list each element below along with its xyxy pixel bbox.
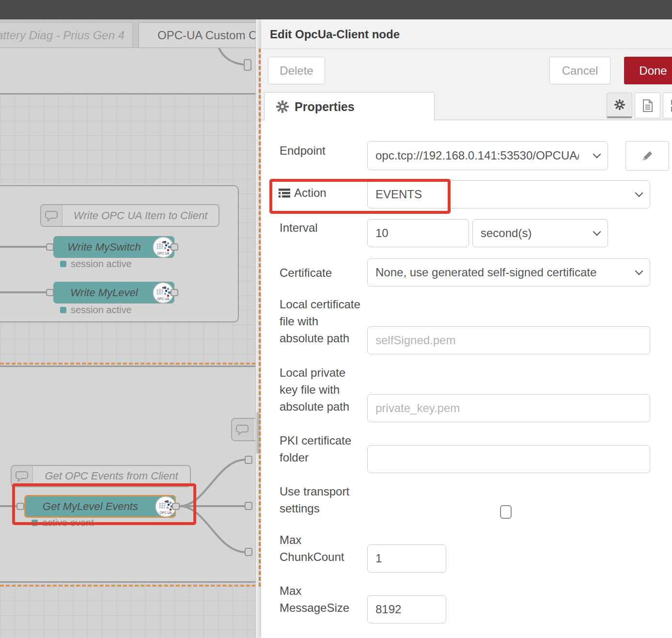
tab-label: Battery Diag - Prius Gen 4: [0, 29, 125, 42]
node-get-mylevel-events[interactable]: Get MyLevel Events: [24, 495, 176, 518]
edit-node-tray: Edit OpcUa-Client node Delete Cancel Don…: [261, 19, 672, 638]
output-port[interactable]: [171, 289, 178, 296]
local-cert-label: Local certificate file with absolute pat…: [280, 296, 367, 347]
hidden-node-port[interactable]: [245, 548, 252, 556]
interval-unit-value: second(s): [481, 226, 531, 240]
hidden-node-port[interactable]: [244, 59, 251, 71]
speech-bubble-icon: [12, 466, 33, 486]
wire[interactable]: [219, 48, 243, 64]
local-cert-input[interactable]: [367, 326, 650, 354]
status-text: session active: [71, 258, 132, 270]
node-status: session active: [60, 258, 132, 270]
output-port[interactable]: [171, 243, 178, 251]
chevron-down-icon: [635, 189, 643, 197]
hidden-node-port[interactable]: [245, 502, 252, 510]
edit-endpoint-config-button[interactable]: [625, 141, 669, 171]
group-dashed-border-right: [259, 48, 261, 587]
properties-view-button[interactable]: [607, 93, 632, 118]
comment-get-opc-events[interactable]: Get OPC Events from Client: [11, 465, 191, 487]
chevron-down-icon: [593, 150, 601, 159]
document-icon: [642, 99, 653, 112]
tray-header: Edit OpcUa-Client node: [261, 19, 672, 49]
max-chunk-input[interactable]: [367, 544, 446, 573]
certificate-label: Certificate: [280, 264, 367, 281]
svg-text:OPC UA: OPC UA: [157, 252, 170, 255]
action-value: EVENTS: [375, 188, 422, 201]
app-header-bar: [0, 0, 672, 19]
tray-title: Edit OpcUa-Client node: [270, 19, 400, 49]
node-status: active event: [31, 517, 94, 528]
node-label: Get MyLevel Events: [26, 500, 174, 513]
appearance-button[interactable]: [663, 93, 672, 118]
tray-button-row: Delete Cancel Done: [261, 49, 672, 92]
chevron-down-icon: [593, 228, 601, 236]
tab-opcua-custom[interactable]: OPC-UA Custom C: [139, 22, 255, 48]
use-transport-checkbox[interactable]: [500, 505, 512, 519]
input-port[interactable]: [46, 289, 54, 296]
node-status: session active: [60, 304, 132, 316]
done-button[interactable]: Done: [624, 57, 672, 84]
max-chunk-label: Max ChunkCount: [280, 531, 367, 565]
tab-battery-diag[interactable]: Battery Diag - Prius Gen 4: [0, 22, 133, 48]
private-key-input[interactable]: [367, 394, 650, 422]
delete-button-label: Delete: [280, 64, 313, 78]
delete-button[interactable]: Delete: [268, 57, 325, 84]
comment-label: Get OPC Events from Client: [33, 466, 190, 486]
wires-svg: [0, 48, 255, 638]
input-port[interactable]: [46, 243, 54, 251]
output-port[interactable]: [172, 503, 180, 510]
status-dot-icon: [60, 307, 66, 313]
transport-label: Use transport settings: [280, 483, 367, 517]
comment-write-opcua-item[interactable]: Write OPC UA Item to Client: [40, 204, 219, 227]
node-red-editor: Battery Diag - Prius Gen 4 OPC-UA Custom…: [0, 0, 672, 638]
interval-label: Interval: [280, 219, 367, 236]
properties-tab-label: Properties: [295, 100, 355, 114]
status-text: session active: [71, 304, 132, 316]
max-message-label: Max MessageSize: [280, 582, 367, 616]
max-message-input[interactable]: [367, 595, 446, 623]
appearance-icon: [671, 99, 672, 112]
svg-text:OPC UA: OPC UA: [157, 297, 170, 301]
interval-unit-select[interactable]: second(s): [472, 219, 608, 247]
flow-canvas[interactable]: Write OPC UA Item to Client Write MySwit…: [0, 48, 255, 638]
action-select[interactable]: EVENTS: [367, 180, 650, 208]
endpoint-select[interactable]: opc.tcp://192.168.0.141:53530/OPCUA/S: [367, 141, 608, 170]
tasks-icon: [279, 188, 290, 198]
status-dot-icon: [60, 261, 66, 267]
endpoint-label: Endpoint: [280, 142, 367, 159]
gear-icon: [276, 100, 289, 113]
certificate-select[interactable]: None, use generated self-signed certific…: [367, 258, 650, 287]
input-port[interactable]: [16, 503, 24, 510]
speech-bubble-icon: [41, 205, 63, 226]
endpoint-value: opc.tcp://192.168.0.141:53530/OPCUA/S: [375, 149, 579, 162]
action-label: Action: [294, 186, 327, 200]
cancel-button[interactable]: Cancel: [549, 57, 610, 84]
chevron-down-icon: [635, 267, 643, 275]
comment-label: Write OPC UA Item to Client: [63, 205, 219, 226]
status-text: active event: [42, 517, 94, 528]
interval-input[interactable]: [367, 219, 469, 247]
pki-folder-input[interactable]: [367, 445, 650, 473]
pencil-icon: [641, 150, 654, 162]
speech-bubble-icon: [232, 419, 253, 440]
hidden-node-port[interactable]: [245, 456, 252, 464]
description-button[interactable]: [635, 93, 660, 118]
private-key-label: Local private key file with absolute pat…: [280, 364, 367, 415]
tab-properties[interactable]: Properties: [264, 92, 435, 121]
action-label-row: Action: [279, 186, 327, 200]
svg-text:OPC UA: OPC UA: [160, 511, 172, 514]
pki-folder-label: PKI certificate folder: [280, 432, 367, 466]
comment-partial[interactable]: [231, 418, 255, 441]
wire[interactable]: [180, 506, 246, 552]
tab-label: OPC-UA Custom C: [157, 29, 255, 42]
status-dot-icon: [31, 520, 38, 526]
cancel-button-label: Cancel: [562, 64, 598, 78]
gear-icon: [614, 99, 625, 110]
done-button-label: Done: [639, 64, 667, 78]
flow-tabbar: Battery Diag - Prius Gen 4 OPC-UA Custom…: [0, 19, 255, 48]
certificate-value: None, use generated self-signed certific…: [375, 266, 596, 279]
